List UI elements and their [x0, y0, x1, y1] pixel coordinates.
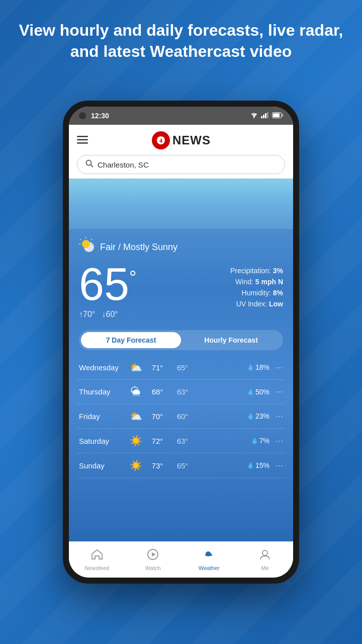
raindrop-icon: 💧: [251, 437, 258, 444]
wind-stat: Wind: 5 mph N: [230, 278, 283, 286]
bottom-nav: Newsfeed Watch Weather Me: [69, 541, 293, 578]
forecast-day: Wednesday: [79, 363, 127, 372]
forecast-row[interactable]: Saturday ☀️ 72° 63° 💧 7% ···: [77, 429, 285, 453]
search-bar[interactable]: Charleston, SC: [77, 155, 285, 174]
svg-rect-8: [77, 139, 88, 140]
forecast-day: Friday: [79, 412, 127, 421]
svg-point-0: [253, 117, 254, 118]
forecast-day: Sunday: [79, 461, 127, 470]
raindrop-icon: 💧: [247, 364, 254, 371]
svg-rect-1: [261, 116, 262, 118]
forecast-high: 68°: [145, 387, 170, 396]
app-header: abc 4 NEWS Charleston, SC: [69, 125, 293, 179]
newsfeed-nav-icon: [91, 549, 103, 563]
forecast-precipitation: 💧 23%: [195, 412, 274, 420]
watch-nav-label: Watch: [145, 565, 161, 571]
more-icon[interactable]: ···: [274, 411, 283, 422]
search-icon: [85, 159, 94, 170]
svg-rect-6: [273, 113, 280, 117]
forecast-low: 63°: [170, 437, 195, 445]
header-top: abc 4 NEWS: [77, 131, 285, 150]
weather-nav-icon: [203, 549, 215, 563]
nav-item-me[interactable]: Me: [237, 549, 294, 571]
status-icons: [250, 111, 283, 120]
forecast-low: 65°: [170, 363, 195, 372]
current-weather: Fair / Mostly Sunny 65° ↑70° ↓60°: [69, 229, 293, 325]
forecast-low: 63°: [170, 387, 195, 396]
forecast-weather-icon: 🌦: [127, 386, 145, 397]
forecast-low: 60°: [170, 412, 195, 421]
forecast-precipitation: 💧 7%: [195, 437, 274, 445]
forecast-day: Saturday: [79, 437, 127, 445]
nav-item-newsfeed[interactable]: Newsfeed: [69, 549, 125, 571]
forecast-row[interactable]: Wednesday ⛅ 71° 65° 💧 18% ···: [77, 355, 285, 380]
forecast-high: 71°: [145, 363, 170, 372]
temp-left: 65° ↑70° ↓60°: [79, 262, 137, 319]
app-logo: abc 4 NEWS: [151, 131, 211, 150]
forecast-weather-icon: ⛅: [127, 361, 145, 373]
forecast-high: 70°: [145, 412, 170, 421]
phone-screen: 12:30: [69, 107, 293, 578]
arrow-down: ↓: [102, 310, 106, 318]
big-temperature: 65°: [79, 262, 137, 307]
signal-icon: [261, 111, 269, 120]
forecast-precipitation: 💧 50%: [195, 388, 274, 396]
forecast-high: 72°: [145, 437, 170, 445]
hero-title: View hourly and daily forecasts, live ra…: [15, 20, 347, 62]
sky-area: [69, 179, 293, 229]
forecast-weather-icon: ☀️: [127, 435, 145, 447]
more-icon[interactable]: ···: [274, 362, 283, 373]
tab-hourly[interactable]: Hourly Forecast: [181, 332, 281, 348]
nav-item-watch[interactable]: Watch: [125, 549, 182, 571]
weather-nav-label: Weather: [199, 565, 219, 571]
watch-nav-icon: [147, 549, 158, 563]
weather-icon: [79, 237, 96, 258]
forecast-row[interactable]: Thursday 🌦 68° 63° 💧 50% ···: [77, 380, 285, 404]
tab-7day[interactable]: 7 Day Forecast: [81, 332, 181, 348]
nav-item-weather[interactable]: Weather: [181, 549, 237, 571]
newsfeed-nav-label: Newsfeed: [84, 565, 109, 571]
menu-button[interactable]: [77, 136, 88, 145]
svg-rect-7: [77, 136, 88, 137]
forecast-weather-icon: ⛅: [127, 410, 145, 422]
humidity-stat: Humidity: 8%: [230, 289, 283, 297]
forecast-row[interactable]: Sunday ☀️ 73° 65° 💧 15% ···: [77, 453, 285, 478]
hi-lo: ↑70° ↓60°: [79, 310, 137, 319]
arrow-up: ↑: [79, 310, 83, 318]
forecast-list: Wednesday ⛅ 71° 65° 💧 18% ··· Thursday 🌦…: [69, 355, 293, 478]
raindrop-icon: 💧: [247, 413, 254, 420]
svg-point-16: [82, 240, 90, 248]
status-time: 12:30: [91, 112, 109, 120]
temp-right: Precipitation: 3% Wind: 5 mph N Humidity…: [230, 262, 283, 311]
more-icon[interactable]: ···: [274, 460, 283, 471]
battery-icon: [272, 111, 283, 120]
me-nav-label: Me: [261, 565, 269, 571]
uv-stat: UV Index: Low: [230, 300, 283, 308]
weather-content: Fair / Mostly Sunny 65° ↑70° ↓60°: [69, 179, 293, 541]
more-icon[interactable]: ···: [274, 386, 283, 397]
forecast-row[interactable]: Friday ⛅ 70° 60° 💧 23% ···: [77, 404, 285, 429]
logo-news-text: NEWS: [172, 133, 211, 147]
forecast-precipitation: 💧 15%: [195, 461, 274, 469]
forecast-weather-icon: ☀️: [127, 459, 145, 471]
svg-rect-9: [77, 142, 88, 144]
temperature-row: 65° ↑70° ↓60° Precipitation: 3%: [79, 262, 283, 319]
camera-dot: [79, 112, 86, 119]
precip-stat: Precipitation: 3%: [230, 267, 283, 275]
svg-text:4: 4: [159, 138, 163, 144]
search-location: Charleston, SC: [98, 160, 149, 169]
forecast-day: Thursday: [79, 387, 127, 396]
status-bar: 12:30: [69, 107, 293, 125]
me-nav-icon: [259, 549, 270, 563]
forecast-precipitation: 💧 18%: [195, 363, 274, 371]
degree-sign: °: [129, 269, 136, 287]
svg-rect-3: [265, 113, 266, 118]
svg-rect-4: [267, 112, 268, 118]
forecast-high: 73°: [145, 461, 170, 470]
forecast-low: 65°: [170, 461, 195, 470]
svg-line-18: [91, 239, 92, 240]
more-icon[interactable]: ···: [274, 436, 283, 446]
raindrop-icon: 💧: [247, 388, 254, 395]
wifi-icon: [250, 111, 258, 120]
phone-frame: 12:30: [63, 101, 299, 584]
